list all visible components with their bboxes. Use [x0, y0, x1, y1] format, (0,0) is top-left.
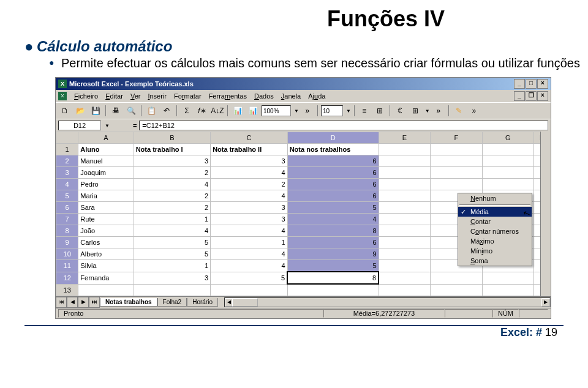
slide-title: Funções IV	[184, 6, 588, 32]
more-toolbar-icon[interactable]: »	[467, 104, 481, 118]
menu-item-contar[interactable]: Contar	[458, 217, 532, 226]
open-icon[interactable]: 📂	[74, 104, 87, 118]
col-header-b[interactable]: B	[134, 132, 211, 144]
merge-center-icon[interactable]: ⊞	[373, 104, 386, 118]
name-box-dropdown-icon[interactable]: ▼	[105, 123, 110, 129]
menu-item-soma[interactable]: Soma	[458, 256, 532, 266]
zoom-dropdown-icon[interactable]: ▼	[294, 108, 299, 114]
menu-ver[interactable]: Ver	[130, 92, 141, 100]
tab-nav-first-icon[interactable]: ⏮	[56, 297, 67, 308]
menu-item-nenhum[interactable]: Nenhum	[458, 193, 532, 203]
menu-inserir[interactable]: Inserir	[148, 92, 167, 100]
status-autocalc[interactable]: Média=6,272727273	[323, 309, 445, 318]
menu-item-minimo[interactable]: Mínimo	[458, 246, 532, 256]
col-header-d[interactable]: D	[287, 132, 379, 144]
zoom-input[interactable]: 100%	[262, 105, 291, 116]
sheet-tab-folha2[interactable]: Folha2	[157, 298, 187, 307]
col-header-a[interactable]: A	[78, 132, 134, 144]
more-buttons-icon[interactable]: »	[301, 104, 314, 118]
check-icon: ✓	[461, 208, 466, 216]
new-icon[interactable]: 🗋	[58, 104, 72, 118]
doc-close-button[interactable]: ×	[537, 91, 548, 101]
autosum-icon[interactable]: Σ	[180, 104, 194, 118]
tab-nav-prev-icon[interactable]: ◀	[67, 297, 78, 308]
more-format-icon[interactable]: »	[432, 104, 445, 118]
col-header-e[interactable]: E	[379, 132, 430, 144]
fontsize-dropdown-icon[interactable]: ▼	[346, 108, 351, 114]
table-row[interactable]: 3Joaquim246	[56, 167, 551, 179]
print-preview-icon[interactable]: 🔍	[124, 104, 138, 118]
vertical-scrollbar[interactable]	[540, 132, 551, 296]
col-header-c[interactable]: C	[211, 132, 288, 144]
scroll-thumb[interactable]	[232, 298, 258, 307]
excel-icon: X	[58, 80, 67, 88]
bullet-level1: Cálculo automático	[24, 38, 588, 55]
table-row[interactable]: 4Pedro426	[56, 179, 551, 190]
toolbar-standard: 🗋 📂 💾 🖶 🔍 📋 ↶ Σ f∗ A↓Z 📊 📊 100% ▼ » 10 ▼…	[56, 102, 551, 119]
paste-icon[interactable]: 📋	[145, 104, 158, 118]
autocalc-context-menu: Nenhum ✓Média↖ Contar Contar números Máx…	[458, 193, 532, 266]
formula-input[interactable]: =C12+B12	[139, 121, 548, 130]
menu-item-maximo[interactable]: Máximo	[458, 236, 532, 246]
table-row[interactable]: 13	[56, 284, 551, 296]
scroll-right-icon[interactable]: ▶	[541, 298, 550, 307]
excel-window: X Microsoft Excel - Exemplo Teóricas.xls…	[55, 77, 551, 319]
close-button[interactable]: ×	[537, 79, 548, 89]
align-left-icon[interactable]: ≡	[358, 104, 371, 118]
formula-bar: D12 ▼ = =C12+B12	[56, 119, 551, 132]
sheet-tab-notas[interactable]: Notas trabalhos	[100, 298, 157, 307]
menu-janela[interactable]: Janela	[281, 92, 301, 100]
table-row[interactable]: 2Manuel336	[56, 155, 551, 167]
slide-footer: Excel: # 19	[0, 326, 557, 339]
chart-wizard-icon[interactable]: 📊	[231, 104, 244, 118]
fx-icon[interactable]: f∗	[195, 104, 209, 118]
menu-ajuda[interactable]: Ajuda	[308, 92, 325, 100]
name-box[interactable]: D12	[58, 121, 101, 130]
titlebar: X Microsoft Excel - Exemplo Teóricas.xls…	[56, 78, 551, 90]
maximize-button[interactable]: □	[526, 79, 537, 89]
horizontal-scrollbar[interactable]: ◀ ▶	[224, 297, 551, 307]
borders-dropdown-icon[interactable]: ▼	[425, 108, 430, 114]
doc-restore-button[interactable]: ❐	[526, 91, 537, 101]
menu-formatar[interactable]: Formatar	[174, 92, 202, 100]
undo-icon[interactable]: ↶	[160, 104, 173, 118]
chart-icon[interactable]: 📊	[246, 104, 260, 118]
currency-icon[interactable]: €	[393, 104, 407, 118]
borders-icon[interactable]: ⊞	[409, 104, 422, 118]
doc-minimize-button[interactable]: _	[514, 91, 525, 101]
select-all-corner[interactable]	[56, 132, 78, 144]
tab-nav-next-icon[interactable]: ▶	[78, 297, 89, 308]
col-header-g[interactable]: G	[482, 132, 533, 144]
sheet-tab-horario[interactable]: Horário	[187, 298, 218, 307]
spreadsheet-grid[interactable]: A B C D E F G H 1 Aluno Nota trabalho I …	[56, 132, 551, 296]
window-title: Microsoft Excel - Exemplo Teóricas.xls	[69, 80, 194, 88]
save-icon[interactable]: 💾	[89, 104, 102, 118]
menu-item-media[interactable]: ✓Média↖	[458, 207, 532, 217]
equals-label: =	[133, 122, 137, 129]
menu-editar[interactable]: Editar	[105, 92, 123, 100]
sheet-tabs-bar: ⏮ ◀ ▶ ⏭ Notas trabalhos Folha2 Horário ◀…	[56, 296, 551, 308]
menu-ferramentas[interactable]: Ferramentas	[209, 92, 247, 100]
drawing-icon[interactable]: ✎	[452, 104, 466, 118]
status-numlock: NÚM	[492, 309, 519, 318]
table-row[interactable]: 12Fernanda358	[56, 272, 551, 284]
menu-item-contar-numeros[interactable]: Contar números	[458, 226, 532, 236]
minimize-button[interactable]: _	[514, 79, 525, 89]
menubar: X Ficheiro Editar Ver Inserir Formatar F…	[56, 90, 551, 102]
statusbar: Pronto Média=6,272727273 NÚM	[56, 308, 551, 318]
tab-nav-last-icon[interactable]: ⏭	[89, 297, 100, 308]
table-row[interactable]: 1 Aluno Nota trabalho I Nota trabalho II…	[56, 144, 551, 155]
col-header-f[interactable]: F	[431, 132, 482, 144]
workbook-icon[interactable]: X	[58, 92, 67, 100]
print-icon[interactable]: 🖶	[109, 104, 123, 118]
sort-asc-icon[interactable]: A↓Z	[211, 104, 224, 118]
bullet-level2: Permite efectuar os cálculos mais comuns…	[49, 55, 588, 71]
fontsize-input[interactable]: 10	[321, 105, 343, 116]
menu-dados[interactable]: Dados	[254, 92, 274, 100]
status-ready: Pronto	[58, 309, 323, 318]
menu-ficheiro[interactable]: Ficheiro	[74, 92, 98, 100]
